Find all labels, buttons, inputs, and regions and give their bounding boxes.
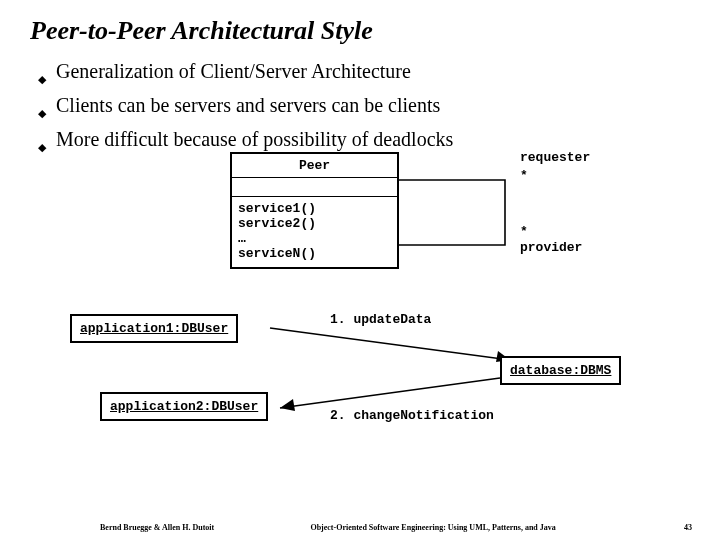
bullet-list: ◆ Generalization of Client/Server Archit… [38, 58, 678, 160]
assoc-mult-requester: * [520, 168, 528, 183]
bullet-text: More difficult because of possibility of… [56, 126, 453, 152]
uml-ops-compartment: service1() service2() … serviceN() [232, 197, 397, 267]
assoc-role-requester: requester [520, 150, 590, 165]
slide-title: Peer-to-Peer Architectural Style [30, 16, 373, 46]
svg-marker-1 [280, 399, 295, 411]
footer-left: Bernd Bruegge & Allen H. Dutoit [100, 523, 214, 532]
list-item: ◆ Clients can be servers and servers can… [38, 92, 678, 126]
footer: Bernd Bruegge & Allen H. Dutoit Object-O… [0, 523, 720, 532]
slide: Peer-to-Peer Architectural Style ◆ Gener… [0, 0, 720, 540]
uml-op: serviceN() [238, 246, 391, 261]
uml-attr-compartment [232, 178, 397, 197]
object-db: database:DBMS [500, 356, 621, 385]
diagram-area: Peer service1() service2() … serviceN() … [0, 150, 720, 480]
msg-1-label: 1. updateData [330, 312, 431, 327]
object-app2: application2:DBUser [100, 392, 268, 421]
uml-op: service1() [238, 201, 391, 216]
uml-op: … [238, 231, 391, 246]
list-item: ◆ Generalization of Client/Server Archit… [38, 58, 678, 92]
bullet-icon: ◆ [38, 66, 46, 92]
assoc-mult-provider: * [520, 224, 528, 239]
footer-page: 43 [652, 523, 692, 532]
object-app1: application1:DBUser [70, 314, 238, 343]
assoc-role-provider: provider [520, 240, 582, 255]
footer-center: Object-Oriented Software Engineering: Us… [214, 523, 652, 532]
msg-2-label: 2. changeNotification [330, 408, 494, 423]
uml-op: service2() [238, 216, 391, 231]
uml-class-name: Peer [232, 154, 397, 178]
uml-class-peer: Peer service1() service2() … serviceN() [230, 152, 399, 269]
bullet-text: Clients can be servers and servers can b… [56, 92, 440, 118]
bullet-icon: ◆ [38, 100, 46, 126]
bullet-text: Generalization of Client/Server Architec… [56, 58, 411, 84]
